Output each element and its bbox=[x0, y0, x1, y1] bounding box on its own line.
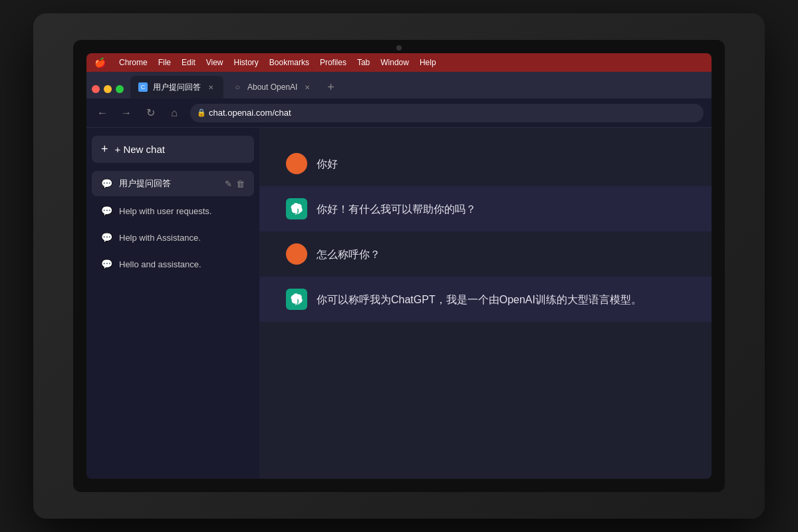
new-chat-label: + New chat bbox=[115, 144, 165, 155]
menu-file[interactable]: File bbox=[158, 58, 171, 67]
chat-item-label-1: 用户提问回答 bbox=[119, 178, 171, 190]
sidebar-item-user-chat[interactable]: 💬 用户提问回答 ✎ 🗑 bbox=[92, 171, 254, 196]
url-bar[interactable]: chat.openai.com/chat bbox=[190, 104, 704, 122]
tab-close-2[interactable]: ✕ bbox=[303, 82, 312, 92]
menu-window[interactable]: Window bbox=[380, 58, 409, 67]
chat-item-label-3: Help with Assistance. bbox=[119, 233, 201, 243]
message-row-3: 怎么称呼你？ bbox=[259, 231, 712, 277]
sidebar-item-hello[interactable]: 💬 Hello and assistance. bbox=[92, 252, 254, 276]
message-row-1: 你好 bbox=[259, 141, 712, 186]
browser-content: + + New chat 💬 用户提问回答 ✎ 🗑 💬 Help with bbox=[86, 128, 712, 479]
menu-help[interactable]: Help bbox=[420, 58, 436, 67]
forward-button[interactable]: → bbox=[118, 105, 134, 121]
chat-bubble-icon-3: 💬 bbox=[101, 232, 112, 243]
refresh-button[interactable]: ↻ bbox=[142, 105, 158, 121]
gpt-avatar-2 bbox=[286, 289, 307, 310]
camera-dot bbox=[396, 45, 402, 51]
sidebar: + + New chat 💬 用户提问回答 ✎ 🗑 💬 Help with bbox=[86, 128, 259, 479]
tab-label-1: 用户提问回答 bbox=[153, 82, 201, 93]
lock-icon: 🔒 bbox=[197, 108, 206, 117]
tab-favicon-2: ○ bbox=[233, 82, 242, 92]
chat-bubble-icon-2: 💬 bbox=[101, 205, 112, 216]
message-text-4: 你可以称呼我为ChatGPT，我是一个由OpenAI训练的大型语言模型。 bbox=[317, 289, 642, 309]
menu-view[interactable]: View bbox=[206, 58, 223, 67]
menu-profiles[interactable]: Profiles bbox=[320, 58, 346, 67]
traffic-lights bbox=[92, 85, 124, 98]
user-avatar-2 bbox=[286, 243, 307, 265]
chat-item-label-2: Help with user requests. bbox=[119, 206, 211, 216]
sidebar-item-help-assistance[interactable]: 💬 Help with Assistance. bbox=[92, 225, 254, 249]
chat-item-label-4: Hello and assistance. bbox=[119, 259, 201, 269]
chat-bubble-icon-4: 💬 bbox=[101, 259, 112, 269]
user-avatar-1 bbox=[286, 153, 307, 174]
home-button[interactable]: ⌂ bbox=[166, 105, 182, 121]
maximize-button[interactable] bbox=[116, 85, 124, 93]
new-chat-button[interactable]: + + New chat bbox=[92, 136, 254, 163]
apple-menu[interactable]: 🍎 bbox=[94, 57, 106, 68]
chat-area: 你好 你好！有什么我可以帮助你的吗？ 怎么称呼你？ bbox=[259, 128, 712, 479]
screen-bezel: 🍎 Chrome File Edit View History Bookmark… bbox=[73, 40, 725, 492]
edit-icon[interactable]: ✎ bbox=[225, 179, 232, 189]
new-tab-button[interactable]: + bbox=[321, 80, 340, 98]
message-text-3: 怎么称呼你？ bbox=[317, 243, 380, 263]
menu-history[interactable]: History bbox=[234, 58, 259, 67]
tab-favicon-1: C bbox=[138, 82, 148, 92]
tab-close-1[interactable]: ✕ bbox=[206, 82, 215, 92]
menu-bar: 🍎 Chrome File Edit View History Bookmark… bbox=[86, 53, 712, 72]
address-wrapper: 🔒 chat.openai.com/chat bbox=[190, 104, 704, 122]
close-button[interactable] bbox=[92, 85, 100, 93]
menu-tab[interactable]: Tab bbox=[357, 58, 370, 67]
browser-window: 🍎 Chrome File Edit View History Bookmark… bbox=[86, 53, 712, 479]
menu-chrome[interactable]: Chrome bbox=[119, 58, 148, 67]
sidebar-item-help-user[interactable]: 💬 Help with user requests. bbox=[92, 199, 254, 223]
tab-about-openai[interactable]: ○ About OpenAI ✕ bbox=[225, 76, 320, 98]
menu-edit[interactable]: Edit bbox=[182, 58, 196, 67]
chat-bubble-icon-1: 💬 bbox=[101, 178, 112, 189]
message-row-2: 你好！有什么我可以帮助你的吗？ bbox=[259, 186, 712, 231]
message-text-1: 你好 bbox=[317, 153, 338, 173]
delete-icon[interactable]: 🗑 bbox=[236, 179, 245, 189]
address-bar: ← → ↻ ⌂ 🔒 chat.openai.com/chat bbox=[86, 98, 712, 128]
plus-icon: + bbox=[101, 142, 108, 156]
gpt-avatar-1 bbox=[286, 198, 307, 219]
message-row-4: 你可以称呼我为ChatGPT，我是一个由OpenAI训练的大型语言模型。 bbox=[259, 277, 712, 322]
message-text-2: 你好！有什么我可以帮助你的吗？ bbox=[317, 198, 476, 218]
minimize-button[interactable] bbox=[104, 85, 112, 93]
tab-label-2: About OpenAI bbox=[247, 82, 297, 92]
tab-bar: C 用户提问回答 ✕ ○ About OpenAI ✕ + bbox=[86, 72, 712, 98]
back-button[interactable]: ← bbox=[94, 105, 110, 121]
laptop-outer: 🍎 Chrome File Edit View History Bookmark… bbox=[33, 13, 765, 519]
chat-item-actions: ✎ 🗑 bbox=[225, 179, 245, 189]
menu-bookmarks[interactable]: Bookmarks bbox=[269, 58, 309, 67]
tab-user-chat[interactable]: C 用户提问回答 ✕ bbox=[130, 76, 223, 98]
